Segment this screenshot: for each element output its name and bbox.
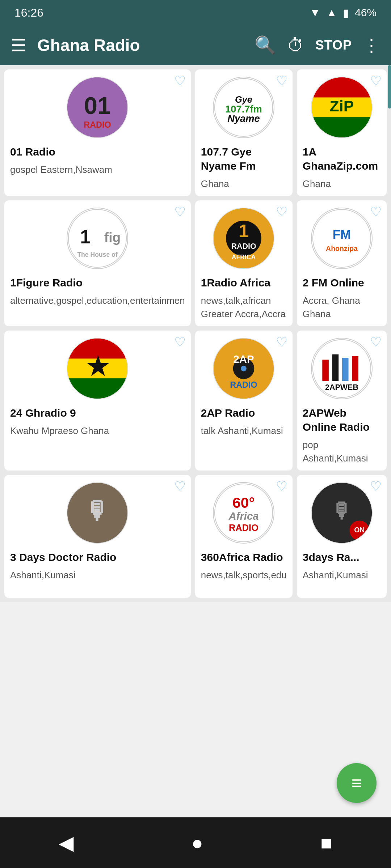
svg-rect-27 bbox=[67, 379, 127, 399]
battery-percent: 46% bbox=[355, 7, 377, 19]
nav-bar: ◀ ● ■ bbox=[0, 817, 391, 868]
station-name: 2AP Radio bbox=[201, 406, 255, 420]
station-logo: 🎙 ON bbox=[311, 482, 373, 544]
favorite-button[interactable]: ♡ bbox=[276, 480, 287, 493]
station-meta: Kwahu Mpraeso Ghana bbox=[10, 424, 109, 437]
battery-icon: ▮ bbox=[343, 7, 349, 19]
signal-icon: ▲ bbox=[326, 7, 337, 19]
station-name: 24 Ghradio 9 bbox=[10, 406, 76, 420]
station-name: 360Africa Radio bbox=[201, 550, 283, 564]
svg-text:01: 01 bbox=[84, 92, 111, 119]
svg-rect-35 bbox=[322, 360, 329, 381]
station-meta: alternative,gospel,education,entertainme… bbox=[10, 294, 185, 307]
favorite-button[interactable]: ♡ bbox=[174, 480, 186, 493]
station-name: 2 FM Online bbox=[303, 276, 364, 290]
svg-rect-36 bbox=[332, 354, 339, 381]
station-logo: FM Ahonzipa bbox=[311, 208, 373, 269]
timer-icon[interactable]: ⏱ bbox=[287, 35, 304, 55]
station-logo: 🎙 bbox=[67, 482, 128, 544]
home-button[interactable]: ● bbox=[191, 831, 203, 854]
radio-card[interactable]: ♡ 60° Africa RADIO 360Africa Radionews,t… bbox=[195, 475, 293, 598]
app-title: Ghana Radio bbox=[37, 35, 244, 55]
station-meta: news,talk,sports,edu bbox=[201, 569, 287, 582]
station-logo: Gye 107.7fm Nyame bbox=[213, 77, 274, 138]
radio-card[interactable]: ♡ ZiP 1A GhanaZip.comGhana bbox=[297, 69, 387, 196]
status-right: ▼ ▲ ▮ 46% bbox=[310, 7, 377, 19]
favorite-button[interactable]: ♡ bbox=[276, 205, 287, 218]
favorite-button[interactable]: ♡ bbox=[276, 336, 287, 349]
radio-card[interactable]: ♡ 01 RADIO 01 Radiogospel Eastern,Nsawam bbox=[4, 69, 191, 196]
favorite-button[interactable]: ♡ bbox=[174, 75, 186, 88]
station-name: 1A GhanaZip.com bbox=[303, 145, 381, 173]
recents-button[interactable]: ■ bbox=[320, 831, 332, 854]
radio-card[interactable]: ♡ 1 RADIO AFRICA 1Radio Africanews,talk,… bbox=[195, 200, 293, 326]
more-icon[interactable]: ⋮ bbox=[363, 35, 380, 55]
svg-point-31 bbox=[241, 366, 247, 371]
radio-card[interactable]: ♡ 2APWEB 2APWeb Online Radiopop Ashanti,… bbox=[297, 331, 387, 471]
favorite-button[interactable]: ♡ bbox=[370, 336, 382, 349]
radio-card[interactable]: ♡ Gye 107.7fm Nyame 107.7 Gye Nyame FmGh… bbox=[195, 69, 293, 196]
radio-card[interactable]: ♡ 🎙 3 Days Doctor RadioAshanti,Kumasi bbox=[4, 475, 191, 598]
svg-text:RADIO: RADIO bbox=[84, 120, 111, 129]
radio-card[interactable]: ♡ 1 fig The House of 1Figure Radioaltern… bbox=[4, 200, 191, 326]
scrollbar[interactable] bbox=[388, 65, 391, 109]
station-meta: talk Ashanti,Kumasi bbox=[201, 424, 283, 437]
svg-text:60°: 60° bbox=[232, 494, 255, 511]
svg-text:1: 1 bbox=[239, 221, 249, 241]
svg-text:★: ★ bbox=[87, 353, 109, 380]
fab-icon: ≡ bbox=[351, 773, 362, 793]
menu-icon[interactable]: ☰ bbox=[11, 35, 26, 55]
fab-button[interactable]: ≡ bbox=[337, 763, 377, 803]
svg-text:The House of: The House of bbox=[77, 251, 118, 259]
svg-text:2APWEB: 2APWEB bbox=[325, 383, 358, 392]
favorite-button[interactable]: ♡ bbox=[174, 205, 186, 218]
station-logo: ★ bbox=[67, 338, 128, 399]
radio-grid: ♡ 01 RADIO 01 Radiogospel Eastern,Nsawam… bbox=[0, 65, 391, 602]
station-name: 1Radio Africa bbox=[201, 276, 270, 290]
stop-button[interactable]: STOP bbox=[315, 38, 352, 53]
station-name: 3 Days Doctor Radio bbox=[10, 550, 116, 564]
svg-rect-8 bbox=[312, 77, 372, 98]
svg-text:RADIO: RADIO bbox=[229, 523, 258, 533]
favorite-button[interactable]: ♡ bbox=[174, 336, 186, 349]
svg-text:🎙: 🎙 bbox=[331, 499, 352, 523]
svg-text:ZiP: ZiP bbox=[329, 97, 354, 115]
favorite-button[interactable]: ♡ bbox=[370, 480, 382, 493]
svg-text:FM: FM bbox=[333, 227, 351, 241]
svg-text:2AP: 2AP bbox=[234, 353, 254, 365]
app-bar: ☰ Ghana Radio 🔍 ⏱ STOP ⋮ bbox=[0, 25, 391, 65]
svg-text:fig: fig bbox=[104, 230, 121, 245]
station-meta: gospel Eastern,Nsawam bbox=[10, 163, 112, 176]
station-logo: 1 fig The House of bbox=[67, 208, 128, 269]
station-meta: Ghana bbox=[303, 177, 331, 190]
station-logo: ZiP bbox=[311, 77, 373, 138]
station-meta: Ashanti,Kumasi bbox=[10, 569, 76, 582]
station-logo: 2APWEB bbox=[311, 338, 373, 399]
favorite-button[interactable]: ♡ bbox=[276, 75, 287, 88]
status-bar: 16:26 ▼ ▲ ▮ 46% bbox=[0, 0, 391, 25]
back-button[interactable]: ◀ bbox=[59, 831, 74, 854]
status-time: 16:26 bbox=[14, 6, 43, 20]
station-logo: 01 RADIO bbox=[67, 77, 128, 138]
radio-card[interactable]: ♡ FM Ahonzipa 2 FM OnlineAccra, Ghana Gh… bbox=[297, 200, 387, 326]
station-name: 107.7 Gye Nyame Fm bbox=[201, 145, 287, 173]
station-meta: Accra, Ghana Ghana bbox=[303, 294, 381, 320]
radio-card[interactable]: ♡ 🎙 ON 3days Ra...Ashanti,Kumasi bbox=[297, 475, 387, 598]
svg-text:1: 1 bbox=[80, 226, 91, 247]
favorite-button[interactable]: ♡ bbox=[370, 75, 382, 88]
search-icon[interactable]: 🔍 bbox=[255, 35, 276, 55]
station-name: 3days Ra... bbox=[303, 550, 360, 564]
station-logo: 2AP RADIO bbox=[213, 338, 274, 399]
station-name: 01 Radio bbox=[10, 145, 55, 159]
wifi-icon: ▼ bbox=[310, 7, 321, 19]
svg-rect-37 bbox=[342, 358, 349, 381]
station-meta: pop Ashanti,Kumasi bbox=[303, 438, 381, 465]
svg-text:AFRICA: AFRICA bbox=[232, 254, 256, 261]
svg-text:Nyame: Nyame bbox=[227, 113, 260, 124]
svg-text:Africa: Africa bbox=[228, 510, 259, 522]
radio-card[interactable]: ♡ 2AP RADIO 2AP Radiotalk Ashanti,Kumasi bbox=[195, 331, 293, 471]
svg-text:RADIO: RADIO bbox=[231, 242, 256, 251]
favorite-button[interactable]: ♡ bbox=[370, 205, 382, 218]
svg-text:Gye: Gye bbox=[235, 94, 252, 105]
radio-card[interactable]: ♡ ★ 24 Ghradio 9Kwahu Mpraeso Ghana bbox=[4, 331, 191, 471]
